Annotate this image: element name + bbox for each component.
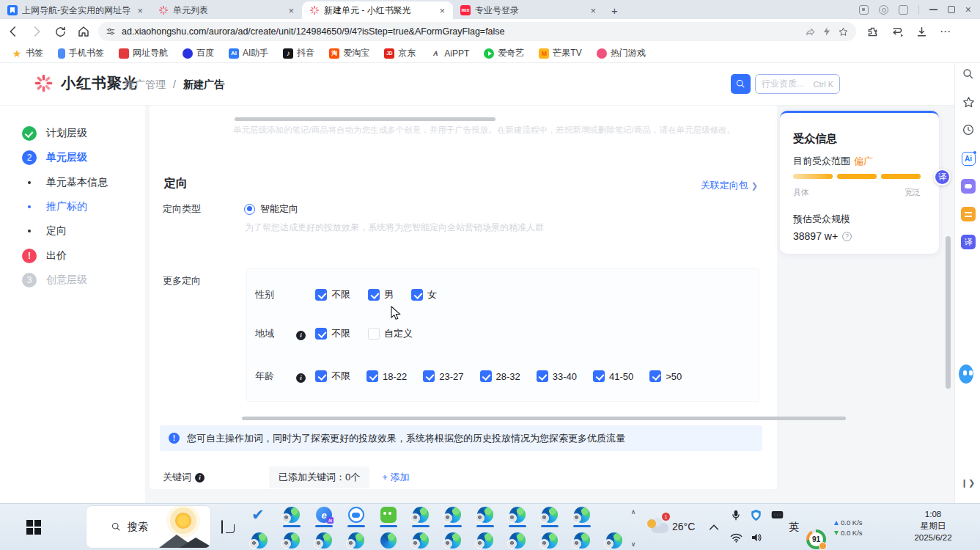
bookmark-douyin[interactable]: ♪抖音: [283, 47, 314, 59]
app-edge-profile[interactable]: [477, 507, 493, 523]
extensions-box-icon[interactable]: [899, 5, 908, 15]
share-icon[interactable]: [805, 26, 816, 37]
region-option-custom[interactable]: 自定义: [368, 327, 413, 340]
taskbar-search-box[interactable]: 搜索: [86, 505, 211, 549]
weather-icon[interactable]: [651, 523, 668, 533]
checkbox[interactable]: [537, 370, 548, 382]
app-edge-profile[interactable]: [251, 532, 268, 549]
app-edge-profile[interactable]: [284, 507, 300, 523]
checkbox[interactable]: [368, 328, 380, 340]
app-qq-browser[interactable]: [348, 507, 364, 523]
tab-close-icon[interactable]: ×: [588, 5, 598, 16]
app-edge-profile[interactable]: [445, 532, 461, 549]
checkbox[interactable]: [423, 370, 435, 382]
step-targeting[interactable]: 定向: [22, 223, 67, 239]
url-bar[interactable]: ad.xiaohongshu.com/aurora/ad/create/unit…: [98, 22, 856, 41]
ime-indicator[interactable]: 英: [789, 521, 799, 534]
checkbox[interactable]: [315, 289, 327, 301]
age-option-50plus[interactable]: >50: [649, 370, 682, 382]
back-button[interactable]: [3, 21, 23, 42]
home-button[interactable]: [73, 21, 94, 42]
checkbox[interactable]: [315, 370, 327, 382]
bookmark-nav[interactable]: 网址导航: [119, 47, 168, 59]
forward-button[interactable]: [26, 21, 47, 42]
app-edge-profile[interactable]: [574, 532, 590, 549]
device-icon[interactable]: [771, 510, 784, 519]
task-view-button[interactable]: [221, 520, 223, 534]
app-wechat[interactable]: [380, 507, 397, 523]
step-promo-target[interactable]: 推广标的: [22, 199, 87, 215]
sidebar-translate-icon[interactable]: 译: [961, 235, 976, 249]
tab-panel-icon[interactable]: [859, 5, 869, 15]
bookmark-mobile[interactable]: 手机书签: [58, 47, 104, 59]
info-icon[interactable]: i: [296, 331, 306, 340]
question-icon[interactable]: ?: [842, 232, 852, 241]
app-check-icon[interactable]: ✔: [251, 507, 268, 523]
bookmark-baidu[interactable]: 百度: [183, 47, 214, 59]
horizontal-scrollbar-thumb[interactable]: [235, 117, 495, 121]
checkbox[interactable]: [649, 370, 661, 382]
app-edge-profile[interactable]: [509, 532, 526, 549]
bookmark-ai-helper[interactable]: AIAI助手: [229, 47, 268, 59]
tab-close-icon[interactable]: ×: [437, 5, 447, 16]
url-text[interactable]: ad.xiaohongshu.com/aurora/ad/create/unit…: [122, 26, 799, 37]
sidebar-favorites-icon[interactable]: [961, 95, 976, 109]
app-edge-profile[interactable]: [509, 507, 526, 523]
temperature-text[interactable]: 26°C: [672, 521, 695, 532]
assistant-icon[interactable]: [879, 5, 888, 15]
step-bid[interactable]: ! 出价: [22, 248, 67, 264]
search-input[interactable]: 行业资质... Ctrl K: [755, 74, 840, 94]
step-plan-level[interactable]: 计划层级: [22, 125, 87, 142]
checkbox[interactable]: [411, 289, 423, 301]
app-edge-profile[interactable]: [542, 507, 558, 523]
start-button[interactable]: [26, 520, 41, 535]
bookmark-iqiyi[interactable]: 爱奇艺: [484, 47, 524, 59]
chat-assistant-icon[interactable]: [959, 367, 973, 381]
app-edge-profile[interactable]: [413, 507, 429, 523]
close-button[interactable]: ×: [965, 4, 971, 15]
bookmark-hot-games[interactable]: 热门游戏: [597, 47, 646, 59]
bookmark-mango[interactable]: M芒果TV: [539, 47, 581, 59]
bookmark-aippt[interactable]: AAiPPT: [430, 48, 469, 59]
link-targeting-package[interactable]: 关联定向包 ❯: [701, 179, 758, 192]
reload-button[interactable]: [50, 21, 70, 42]
sidebar-games-icon[interactable]: [961, 179, 976, 194]
sidebar-ai-icon[interactable]: Ai: [961, 151, 976, 166]
app-logo[interactable]: 小红书聚光: [34, 73, 138, 93]
info-icon[interactable]: i: [195, 473, 205, 483]
bookmark-folder[interactable]: ★书签: [12, 47, 43, 59]
checkbox[interactable]: [593, 370, 605, 382]
sidebar-history-icon[interactable]: [961, 122, 976, 137]
tab-unit-list[interactable]: 单元列表 ×: [151, 1, 302, 19]
age-option-18-22[interactable]: 18-22: [366, 370, 407, 382]
tab-pro-login[interactable]: RED 专业号登录 ×: [453, 1, 604, 19]
age-option-23-27[interactable]: 23-27: [423, 370, 463, 382]
age-option-41-50[interactable]: 41-50: [593, 370, 633, 382]
step-creative-level[interactable]: 3 创意层级: [22, 272, 87, 288]
tab-close-icon[interactable]: ×: [286, 5, 296, 16]
info-icon[interactable]: i: [296, 373, 306, 383]
checkbox[interactable]: [366, 370, 378, 382]
tab-close-icon[interactable]: ×: [135, 5, 145, 16]
vertical-scrollbar-thumb[interactable]: [946, 236, 951, 389]
app-edge[interactable]: [380, 532, 397, 549]
gender-option-male[interactable]: 男: [368, 288, 394, 301]
tab-nav-site[interactable]: 上网导航-安全实用的网址导航 ×: [0, 1, 151, 19]
checkbox[interactable]: [480, 370, 492, 382]
smart-targeting-radio[interactable]: [244, 204, 255, 215]
app-edge-profile[interactable]: [574, 507, 590, 523]
optimizer-ring[interactable]: 91: [806, 529, 826, 549]
download-icon[interactable]: [915, 26, 928, 38]
sidebar-collapse-icon[interactable]: ❙❯: [961, 475, 976, 490]
restore-tabs-icon[interactable]: [891, 26, 904, 38]
app-edge-profile[interactable]: [477, 532, 493, 549]
extensions-puzzle-icon[interactable]: [866, 26, 879, 38]
breadcrumb-parent[interactable]: 推广管理: [125, 78, 166, 92]
minimize-button[interactable]: [929, 9, 937, 10]
age-option-33-40[interactable]: 33-40: [537, 370, 577, 382]
app-edge-profile[interactable]: [413, 532, 429, 549]
tray-expand-chevron[interactable]: [708, 522, 720, 532]
gender-option-unlimited[interactable]: 不限: [315, 288, 350, 301]
bookmark-jd[interactable]: JD京东: [384, 47, 416, 59]
speaker-icon[interactable]: [751, 532, 762, 543]
